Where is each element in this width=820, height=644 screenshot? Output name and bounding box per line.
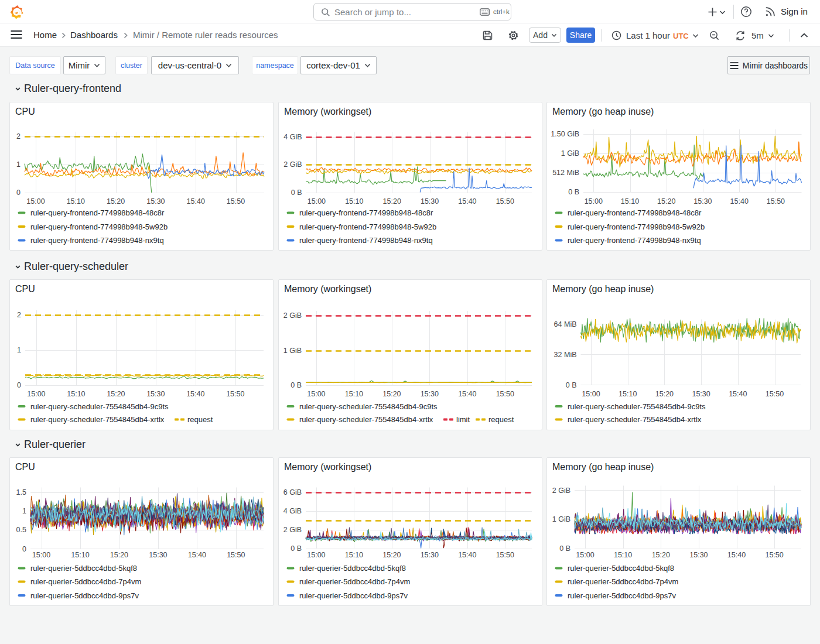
svg-text:1: 1 — [22, 507, 26, 515]
svg-text:ruler-query-frontend-774998b94: ruler-query-frontend-774998b948-nx9tq — [299, 236, 433, 245]
svg-text:0.5: 0.5 — [16, 526, 26, 534]
svg-text:512 MiB: 512 MiB — [552, 169, 579, 177]
svg-text:ruler-query-scheduler-7554845d: ruler-query-scheduler-7554845db4-xrtlx — [568, 415, 702, 424]
svg-text:15:10: 15:10 — [67, 197, 85, 205]
svg-text:0 B: 0 B — [291, 189, 302, 197]
svg-text:2: 2 — [16, 132, 20, 141]
svg-text:15:30: 15:30 — [692, 390, 710, 398]
svg-text:15:30: 15:30 — [421, 197, 439, 205]
svg-text:64 MiB: 64 MiB — [554, 320, 577, 328]
svg-text:15:00: 15:00 — [585, 197, 603, 205]
svg-text:1: 1 — [17, 346, 21, 354]
svg-text:4 GiB: 4 GiB — [283, 133, 302, 141]
svg-text:15:20: 15:20 — [652, 551, 670, 559]
svg-text:ruler-querier-5ddbcc4dbd-9ps7v: ruler-querier-5ddbcc4dbd-9ps7v — [568, 591, 676, 600]
svg-text:32 MiB: 32 MiB — [554, 351, 577, 359]
svg-text:ruler-query-scheduler-7554845d: ruler-query-scheduler-7554845db4-9c9ts — [299, 402, 438, 411]
svg-text:0: 0 — [16, 189, 20, 197]
svg-text:ruler-query-frontend-774998b94: ruler-query-frontend-774998b948-48c8r — [299, 208, 433, 217]
svg-text:ruler-query-frontend-774998b94: ruler-query-frontend-774998b948-5w92b — [299, 222, 436, 231]
svg-text:ruler-querier-5ddbcc4dbd-5kqf8: ruler-querier-5ddbcc4dbd-5kqf8 — [299, 564, 406, 573]
svg-text:15:50: 15:50 — [496, 197, 514, 205]
svg-text:2 GiB: 2 GiB — [283, 526, 302, 534]
svg-text:CPU: CPU — [15, 284, 35, 294]
svg-text:ruler-querier-5ddbcc4dbd-7p4vm: ruler-querier-5ddbcc4dbd-7p4vm — [299, 577, 410, 586]
svg-text:15:40: 15:40 — [458, 197, 476, 205]
svg-text:Memory (go heap inuse): Memory (go heap inuse) — [552, 284, 654, 294]
svg-text:ruler-query-scheduler-7554845d: ruler-query-scheduler-7554845db4-9c9ts — [568, 402, 706, 411]
svg-text:15:20: 15:20 — [107, 390, 125, 398]
svg-text:15:30: 15:30 — [421, 390, 439, 398]
svg-text:2: 2 — [17, 311, 21, 319]
svg-text:15:30: 15:30 — [146, 197, 165, 205]
svg-text:CPU: CPU — [15, 462, 35, 472]
svg-text:15:00: 15:00 — [26, 197, 45, 205]
svg-text:15:40: 15:40 — [458, 551, 476, 559]
svg-text:ruler-query-frontend-774998b94: ruler-query-frontend-774998b948-48c8r — [30, 208, 165, 217]
svg-text:ruler-query-frontend-774998b94: ruler-query-frontend-774998b948-48c8r — [568, 208, 702, 217]
svg-text:15:50: 15:50 — [766, 390, 784, 398]
svg-text:15:30: 15:30 — [146, 390, 165, 398]
svg-text:15:30: 15:30 — [149, 551, 167, 559]
svg-text:15:30: 15:30 — [689, 551, 708, 559]
svg-text:15:40: 15:40 — [187, 197, 205, 205]
svg-text:15:10: 15:10 — [621, 197, 639, 205]
svg-text:1 GiB: 1 GiB — [561, 149, 579, 157]
svg-text:15:20: 15:20 — [657, 197, 675, 205]
svg-text:4 GiB: 4 GiB — [283, 507, 302, 515]
svg-text:ruler-query-frontend-774998b94: ruler-query-frontend-774998b948-5w92b — [568, 222, 705, 231]
svg-text:15:00: 15:00 — [307, 390, 325, 398]
svg-text:ruler-querier-5ddbcc4dbd-5kqf8: ruler-querier-5ddbcc4dbd-5kqf8 — [30, 564, 137, 573]
svg-text:Memory (go heap inuse): Memory (go heap inuse) — [552, 462, 654, 472]
svg-text:0 B: 0 B — [566, 381, 577, 389]
svg-text:15:10: 15:10 — [345, 551, 363, 559]
svg-text:0 B: 0 B — [291, 544, 302, 553]
svg-text:15:10: 15:10 — [345, 390, 363, 398]
svg-text:1.5: 1.5 — [16, 488, 26, 496]
svg-text:ruler-query-scheduler-7554845d: ruler-query-scheduler-7554845db4-9c9ts — [30, 402, 169, 411]
svg-text:15:00: 15:00 — [32, 551, 50, 559]
svg-text:ruler-query-scheduler-7554845d: ruler-query-scheduler-7554845db4-xrtlx — [30, 415, 165, 424]
svg-text:15:40: 15:40 — [458, 390, 476, 398]
svg-text:2 GiB: 2 GiB — [283, 311, 302, 320]
svg-text:15:30: 15:30 — [421, 551, 439, 559]
svg-text:15:00: 15:00 — [576, 551, 594, 559]
svg-text:15:20: 15:20 — [382, 551, 401, 559]
svg-text:15:20: 15:20 — [110, 551, 128, 559]
svg-text:2 GiB: 2 GiB — [283, 160, 302, 169]
svg-text:Memory (go heap inuse): Memory (go heap inuse) — [552, 107, 654, 117]
svg-text:0: 0 — [22, 545, 26, 553]
svg-text:2 GiB: 2 GiB — [552, 487, 570, 495]
svg-text:15:20: 15:20 — [382, 390, 401, 398]
svg-text:15:50: 15:50 — [226, 390, 244, 398]
svg-text:15:30: 15:30 — [693, 197, 712, 205]
svg-text:15:10: 15:10 — [619, 390, 637, 398]
svg-text:15:40: 15:40 — [727, 551, 746, 559]
svg-text:15:00: 15:00 — [582, 390, 600, 398]
svg-text:15:00: 15:00 — [27, 390, 45, 398]
svg-text:15:20: 15:20 — [383, 197, 401, 205]
svg-text:0 B: 0 B — [559, 544, 570, 553]
svg-text:15:50: 15:50 — [227, 197, 245, 205]
svg-text:15:10: 15:10 — [345, 197, 363, 205]
svg-text:0: 0 — [17, 381, 21, 389]
svg-text:15:20: 15:20 — [107, 197, 125, 205]
svg-text:15:50: 15:50 — [496, 390, 514, 398]
svg-text:Memory (workingset): Memory (workingset) — [284, 284, 371, 294]
svg-text:15:40: 15:40 — [730, 197, 749, 205]
svg-text:request: request — [488, 415, 514, 424]
svg-text:15:50: 15:50 — [496, 551, 514, 559]
svg-text:ruler-query-frontend-774998b94: ruler-query-frontend-774998b948-5w92b — [30, 222, 168, 231]
svg-text:15:10: 15:10 — [614, 551, 632, 559]
svg-text:15:50: 15:50 — [767, 197, 785, 205]
svg-text:15:40: 15:40 — [186, 390, 204, 398]
svg-text:1 GiB: 1 GiB — [283, 347, 302, 355]
svg-text:ruler-querier-5ddbcc4dbd-7p4vm: ruler-querier-5ddbcc4dbd-7p4vm — [568, 577, 678, 586]
svg-text:15:40: 15:40 — [729, 390, 747, 398]
svg-text:ruler-querier-5ddbcc4dbd-9ps7v: ruler-querier-5ddbcc4dbd-9ps7v — [30, 591, 139, 600]
svg-text:ruler-query-frontend-774998b94: ruler-query-frontend-774998b948-nx9tq — [30, 236, 164, 245]
svg-text:15:00: 15:00 — [307, 551, 325, 559]
svg-text:6 GiB: 6 GiB — [283, 488, 302, 496]
svg-text:limit: limit — [456, 415, 470, 424]
svg-text:Memory (workingset): Memory (workingset) — [284, 462, 371, 472]
